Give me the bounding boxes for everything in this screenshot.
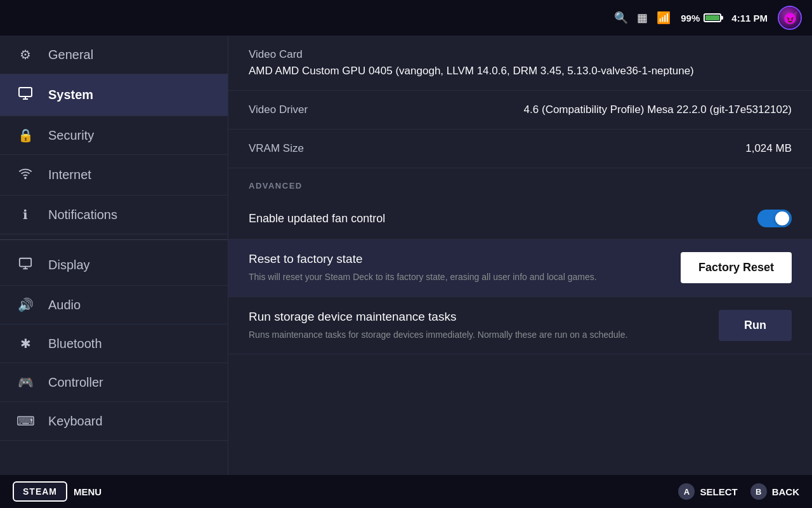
run-button[interactable]: Run [719, 310, 792, 341]
sidebar-item-label: Keyboard [48, 414, 103, 429]
vram-label: VRAM Size [249, 142, 304, 155]
battery-icon [704, 13, 721, 22]
keyboard-icon: ⌨ [15, 413, 36, 429]
monitor-icon [15, 86, 36, 104]
sidebar-item-audio[interactable]: 🔊 Audio [0, 286, 228, 324]
sidebar-item-label: Internet [48, 168, 91, 182]
battery-section: 99% [681, 13, 721, 23]
sidebar-item-label: Controller [48, 375, 103, 390]
search-icon[interactable]: 🔍 [614, 11, 628, 25]
clock: 4:11 PM [731, 13, 768, 23]
advanced-header: ADVANCED [228, 168, 812, 198]
sidebar-item-controller[interactable]: 🎮 Controller [0, 363, 228, 402]
storage-maint-desc: Runs maintenance tasks for storage devic… [249, 329, 706, 342]
factory-reset-row: Reset to factory state This will reset y… [228, 239, 812, 297]
sidebar-item-label: Bluetooth [48, 337, 102, 351]
storage-maintenance-row: Run storage device maintenance tasks Run… [228, 297, 812, 355]
vram-value: 1,024 MB [745, 142, 792, 155]
toggle-thumb [775, 211, 789, 225]
sidebar-item-label: System [48, 88, 93, 102]
sidebar-item-label: Notifications [48, 208, 117, 222]
display-icon [15, 257, 36, 274]
sidebar-item-internet[interactable]: Internet [0, 155, 228, 196]
back-action: B BACK [750, 483, 799, 500]
storage-maint-title: Run storage device maintenance tasks [249, 310, 706, 324]
avatar[interactable]: 😈 [778, 6, 802, 30]
factory-reset-button[interactable]: Factory Reset [681, 252, 792, 283]
sidebar-item-system[interactable]: System [0, 74, 228, 116]
bottombar: STEAM MENU A SELECT B BACK [0, 475, 812, 508]
storage-maint-content: Run storage device maintenance tasks Run… [249, 310, 719, 342]
topbar-icons: 🔍 ▦ 📶 [614, 11, 671, 25]
controller-icon: 🎮 [15, 375, 36, 390]
bluetooth-icon: ✱ [15, 336, 36, 351]
sidebar-item-display[interactable]: Display [0, 245, 228, 286]
factory-reset-content: Reset to factory state This will reset y… [249, 252, 681, 284]
video-card-value: AMD AMD Custom GPU 0405 (vangogh, LLVM 1… [249, 65, 792, 77]
back-key: B [750, 483, 767, 500]
vram-row: VRAM Size 1,024 MB [228, 130, 812, 168]
sidebar-item-label: General [48, 48, 93, 62]
signal-icon [15, 166, 36, 184]
svg-rect-4 [20, 258, 31, 267]
fan-control-toggle[interactable] [757, 210, 792, 227]
sidebar-item-label: Security [48, 128, 94, 143]
video-card-label: Video Card [249, 48, 792, 61]
fan-control-label: Enable updated fan control [249, 212, 385, 225]
gear-icon: ⚙ [15, 47, 36, 62]
video-driver-value: 4.6 (Compatibility Profile) Mesa 22.2.0 … [524, 104, 792, 116]
main-content: Video Card AMD AMD Custom GPU 0405 (vang… [228, 36, 812, 475]
steam-button[interactable]: STEAM [13, 481, 67, 502]
sidebar-item-security[interactable]: 🔒 Security [0, 116, 228, 155]
svg-point-3 [25, 177, 26, 178]
battery-percent: 99% [681, 13, 700, 23]
select-label: SELECT [700, 486, 737, 497]
back-label: BACK [772, 486, 799, 497]
svg-rect-0 [19, 88, 32, 97]
select-key: A [678, 483, 695, 500]
grid-icon[interactable]: ▦ [637, 11, 648, 25]
sidebar-item-general[interactable]: ⚙ General [0, 36, 228, 74]
factory-reset-title: Reset to factory state [249, 252, 668, 266]
sidebar-item-label: Audio [48, 298, 81, 312]
video-driver-row: Video Driver 4.6 (Compatibility Profile)… [228, 91, 812, 130]
select-action: A SELECT [678, 483, 737, 500]
video-card-section: Video Card AMD AMD Custom GPU 0405 (vang… [228, 36, 812, 91]
sidebar-item-label: Display [48, 258, 90, 272]
bottom-actions: A SELECT B BACK [678, 483, 799, 500]
video-driver-label: Video Driver [249, 104, 308, 116]
lock-icon: 🔒 [15, 128, 36, 143]
fan-control-row: Enable updated fan control [228, 198, 812, 239]
sidebar: ⚙ General System 🔒 Security Internet ℹ [0, 36, 228, 475]
topbar: 🔍 ▦ 📶 99% 4:11 PM 😈 [0, 0, 812, 36]
info-icon: ℹ [15, 207, 36, 222]
wifi-icon: 📶 [657, 11, 671, 25]
sidebar-item-notifications[interactable]: ℹ Notifications [0, 196, 228, 234]
sidebar-item-bluetooth[interactable]: ✱ Bluetooth [0, 324, 228, 363]
audio-icon: 🔊 [15, 297, 36, 312]
toggle-track [757, 210, 792, 227]
menu-label: MENU [74, 486, 102, 497]
factory-reset-desc: This will reset your Steam Deck to its f… [249, 271, 668, 284]
sidebar-item-keyboard[interactable]: ⌨ Keyboard [0, 402, 228, 441]
